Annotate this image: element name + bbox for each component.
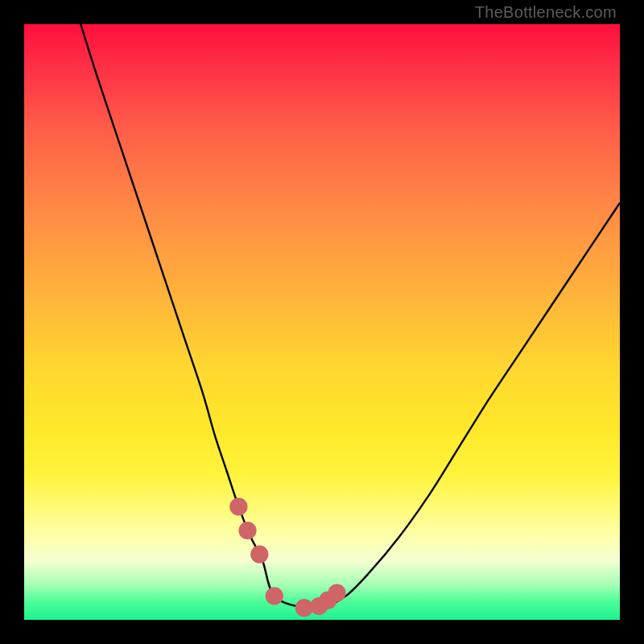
- optimal-range-markers: [229, 497, 345, 617]
- plot-area: [24, 24, 620, 620]
- curve-layer: [24, 24, 620, 620]
- marker-dot: [266, 587, 283, 605]
- marker-dot: [229, 497, 247, 515]
- watermark-label: TheBottleneck.com: [475, 3, 617, 22]
- marker-dot: [328, 584, 345, 602]
- marker-dot: [250, 546, 268, 564]
- bottleneck-curve: [80, 24, 620, 609]
- chart-frame: TheBottleneck.com: [0, 0, 644, 644]
- marker-dot: [238, 522, 256, 539]
